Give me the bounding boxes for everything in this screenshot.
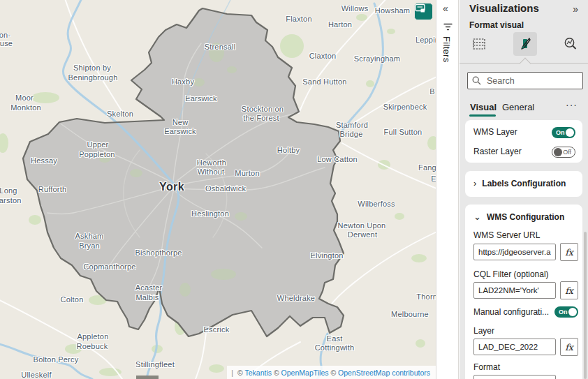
- labels-configuration-expander[interactable]: › Labels Configuration: [473, 179, 566, 188]
- copyright-symbol: ©: [237, 369, 244, 377]
- format-visual-heading: Format visual: [469, 20, 524, 30]
- copyright-symbol: ©: [272, 369, 281, 377]
- copyright-symbol: ©: [329, 369, 339, 377]
- wms-layer-label: WMS Layer: [473, 127, 517, 137]
- filters-pane-collapsed: « Filters: [436, 0, 459, 379]
- attribution-link[interactable]: Tekantis: [245, 369, 272, 377]
- cql-filter-input[interactable]: [473, 282, 556, 299]
- map-annotate-button[interactable]: [414, 3, 433, 20]
- expand-filters-button[interactable]: «: [441, 1, 450, 15]
- wms-configuration-expander[interactable]: ⌄ WMS Configuration: [473, 212, 564, 222]
- layer-label: Layer: [473, 326, 494, 336]
- format-visual-icon-selected[interactable]: [513, 32, 537, 56]
- cql-filter-fx-button[interactable]: fx: [560, 281, 578, 299]
- filter-funnel-icon: [443, 22, 453, 31]
- raster-layer-label: Raster Layer: [473, 147, 522, 156]
- active-tab-underline: [469, 114, 496, 117]
- layers-card: WMS Layer On Raster Layer Off: [465, 120, 582, 163]
- map-canvas[interactable]: on-useWillowsHowshamFlaxtonHartonStrensa…: [0, 0, 436, 379]
- cql-filter-label: CQL Filter (optional): [473, 269, 549, 279]
- manual-configuration-toggle[interactable]: On: [554, 306, 578, 318]
- analytics-icon[interactable]: [560, 34, 581, 54]
- wms-configuration-card: ⌄ WMS Configuration WMS Server URL fx CQ…: [465, 205, 582, 379]
- map-tiles: [0, 0, 436, 379]
- note-edit-icon: [415, 3, 426, 13]
- wms-server-url-label: WMS Server URL: [473, 230, 540, 240]
- search-input[interactable]: [485, 75, 578, 87]
- raster-layer-toggle[interactable]: Off: [552, 147, 575, 158]
- attribution-link[interactable]: OpenMapTiles: [281, 369, 329, 377]
- selected-icon-caret: [520, 58, 531, 70]
- layer-fx-button[interactable]: fx: [560, 338, 578, 356]
- powerbi-window: on-useWillowsHowshamFlaxtonHartonStrensa…: [0, 0, 588, 379]
- more-options-button[interactable]: ···: [566, 99, 578, 110]
- pane-title: Visualizations: [469, 2, 539, 14]
- expand-pane-button[interactable]: »: [571, 2, 580, 16]
- search-icon: [472, 76, 481, 85]
- wms-layer-toggle[interactable]: On: [552, 127, 575, 138]
- format-label: Format: [473, 362, 500, 372]
- attribution-link[interactable]: OpenStreetMap contributors: [338, 369, 430, 377]
- chevron-right-icon: ›: [473, 180, 476, 187]
- tab-visual[interactable]: Visual: [470, 102, 497, 112]
- wms-server-url-input[interactable]: [473, 244, 556, 260]
- layer-input[interactable]: [473, 339, 556, 355]
- chevron-down-icon: ⌄: [473, 214, 481, 221]
- labels-configuration-card: › Labels Configuration: [465, 171, 582, 197]
- attribution-separator: |: [231, 369, 233, 377]
- build-visual-icon[interactable]: [469, 34, 490, 54]
- format-input[interactable]: [473, 375, 556, 379]
- visualizations-pane: Visualizations » Format visual: [460, 0, 588, 379]
- tab-general[interactable]: General: [502, 102, 534, 112]
- wms-server-url-fx-button[interactable]: fx: [560, 243, 578, 261]
- search-box: [467, 72, 583, 89]
- map-attribution: | © Tekantis © OpenMapTiles © OpenStreet…: [227, 366, 436, 379]
- filters-pane-title[interactable]: Filters: [441, 36, 452, 63]
- pane-scrollbar[interactable]: [584, 232, 587, 379]
- manual-configuration-label: Manual configurati...: [473, 307, 549, 317]
